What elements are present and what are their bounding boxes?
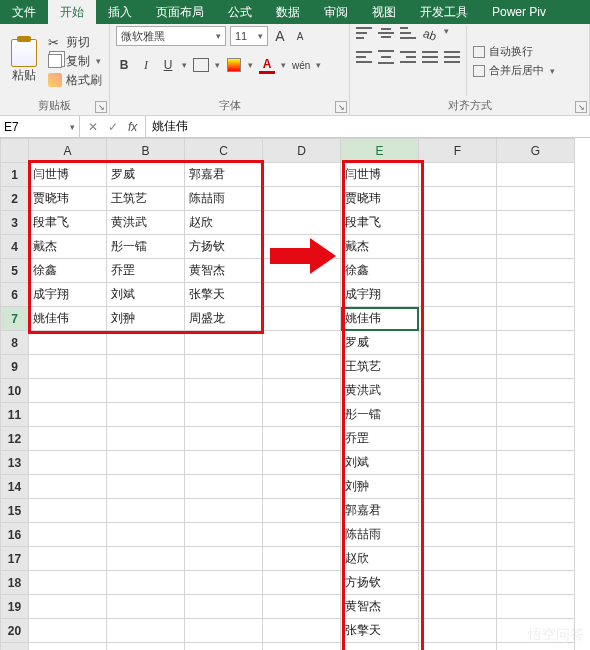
cell-D6[interactable]	[263, 283, 341, 307]
col-header-F[interactable]: F	[419, 139, 497, 163]
cell-G1[interactable]	[497, 163, 575, 187]
fill-color-button[interactable]	[226, 56, 242, 74]
cell-F4[interactable]	[419, 235, 497, 259]
tab-review[interactable]: 审阅	[312, 0, 360, 24]
cell-E19[interactable]: 黄智杰	[341, 595, 419, 619]
row-header-16[interactable]: 16	[1, 523, 29, 547]
align-left-button[interactable]	[356, 50, 372, 64]
cell-B16[interactable]	[107, 523, 185, 547]
align-right-button[interactable]	[400, 50, 416, 64]
cell-D12[interactable]	[263, 427, 341, 451]
tab-powerpivot[interactable]: Power Piv	[480, 0, 558, 24]
row-header-12[interactable]: 12	[1, 427, 29, 451]
align-middle-button[interactable]	[378, 26, 394, 40]
cell-G3[interactable]	[497, 211, 575, 235]
cell-F15[interactable]	[419, 499, 497, 523]
cell-B2[interactable]: 王筑艺	[107, 187, 185, 211]
orientation-button[interactable]: ab	[419, 24, 440, 46]
cell-C2[interactable]: 陈喆雨	[185, 187, 263, 211]
increase-indent-button[interactable]	[444, 50, 460, 64]
cell-C8[interactable]	[185, 331, 263, 355]
cell-D8[interactable]	[263, 331, 341, 355]
worksheet-grid[interactable]: A B C D E F G 1闫世博罗威郭嘉君闫世博2贾晓玮王筑艺陈喆雨贾晓玮3…	[0, 138, 575, 650]
bold-button[interactable]: B	[116, 56, 132, 74]
cell-B20[interactable]	[107, 619, 185, 643]
cell-A7[interactable]: 姚佳伟	[29, 307, 107, 331]
cell-A6[interactable]: 成宇翔	[29, 283, 107, 307]
cell-E21[interactable]	[341, 643, 419, 651]
cell-A19[interactable]	[29, 595, 107, 619]
cell-A11[interactable]	[29, 403, 107, 427]
cell-D10[interactable]	[263, 379, 341, 403]
cell-D18[interactable]	[263, 571, 341, 595]
row-header-10[interactable]: 10	[1, 379, 29, 403]
wrap-text-button[interactable]: 自动换行	[473, 44, 555, 59]
tab-insert[interactable]: 插入	[96, 0, 144, 24]
cell-E12[interactable]: 乔罡	[341, 427, 419, 451]
row-header-17[interactable]: 17	[1, 547, 29, 571]
cell-D3[interactable]	[263, 211, 341, 235]
cell-G10[interactable]	[497, 379, 575, 403]
tab-view[interactable]: 视图	[360, 0, 408, 24]
cell-B19[interactable]	[107, 595, 185, 619]
cell-B8[interactable]	[107, 331, 185, 355]
cell-G11[interactable]	[497, 403, 575, 427]
row-header-4[interactable]: 4	[1, 235, 29, 259]
cell-G12[interactable]	[497, 427, 575, 451]
cell-B15[interactable]	[107, 499, 185, 523]
cell-A20[interactable]	[29, 619, 107, 643]
cell-D5[interactable]	[263, 259, 341, 283]
cell-E17[interactable]: 赵欣	[341, 547, 419, 571]
cell-A4[interactable]: 戴杰	[29, 235, 107, 259]
cell-F6[interactable]	[419, 283, 497, 307]
cell-B17[interactable]	[107, 547, 185, 571]
row-header-8[interactable]: 8	[1, 331, 29, 355]
cell-A9[interactable]	[29, 355, 107, 379]
cell-F11[interactable]	[419, 403, 497, 427]
cell-C18[interactable]	[185, 571, 263, 595]
col-header-E[interactable]: E	[341, 139, 419, 163]
cell-F20[interactable]	[419, 619, 497, 643]
cell-E16[interactable]: 陈喆雨	[341, 523, 419, 547]
row-header-18[interactable]: 18	[1, 571, 29, 595]
col-header-D[interactable]: D	[263, 139, 341, 163]
cell-G5[interactable]	[497, 259, 575, 283]
cell-B13[interactable]	[107, 451, 185, 475]
cell-G15[interactable]	[497, 499, 575, 523]
cell-G13[interactable]	[497, 451, 575, 475]
row-header-5[interactable]: 5	[1, 259, 29, 283]
phonetic-button[interactable]: wén	[292, 56, 310, 74]
col-header-C[interactable]: C	[185, 139, 263, 163]
cell-F13[interactable]	[419, 451, 497, 475]
cell-C15[interactable]	[185, 499, 263, 523]
cell-B12[interactable]	[107, 427, 185, 451]
cell-D14[interactable]	[263, 475, 341, 499]
cell-C12[interactable]	[185, 427, 263, 451]
cell-B9[interactable]	[107, 355, 185, 379]
cell-G8[interactable]	[497, 331, 575, 355]
cell-F3[interactable]	[419, 211, 497, 235]
cell-G4[interactable]	[497, 235, 575, 259]
formula-bar-input[interactable]: 姚佳伟	[146, 116, 590, 137]
clipboard-dialog-launcher[interactable]: ↘	[95, 101, 107, 113]
font-size-combo[interactable]: 11▾	[230, 26, 268, 46]
cell-D13[interactable]	[263, 451, 341, 475]
tab-data[interactable]: 数据	[264, 0, 312, 24]
font-name-combo[interactable]: 微软雅黑▾	[116, 26, 226, 46]
cell-F12[interactable]	[419, 427, 497, 451]
cut-button[interactable]: ✂剪切	[48, 34, 102, 51]
cell-B6[interactable]: 刘斌	[107, 283, 185, 307]
cell-C10[interactable]	[185, 379, 263, 403]
cell-F14[interactable]	[419, 475, 497, 499]
cell-D2[interactable]	[263, 187, 341, 211]
cell-A1[interactable]: 闫世博	[29, 163, 107, 187]
cell-F10[interactable]	[419, 379, 497, 403]
cell-E9[interactable]: 王筑艺	[341, 355, 419, 379]
cell-C5[interactable]: 黄智杰	[185, 259, 263, 283]
cell-B1[interactable]: 罗威	[107, 163, 185, 187]
italic-button[interactable]: I	[138, 56, 154, 74]
row-header-7[interactable]: 7	[1, 307, 29, 331]
tab-formulas[interactable]: 公式	[216, 0, 264, 24]
merge-center-button[interactable]: 合并后居中▾	[473, 63, 555, 78]
row-header-19[interactable]: 19	[1, 595, 29, 619]
